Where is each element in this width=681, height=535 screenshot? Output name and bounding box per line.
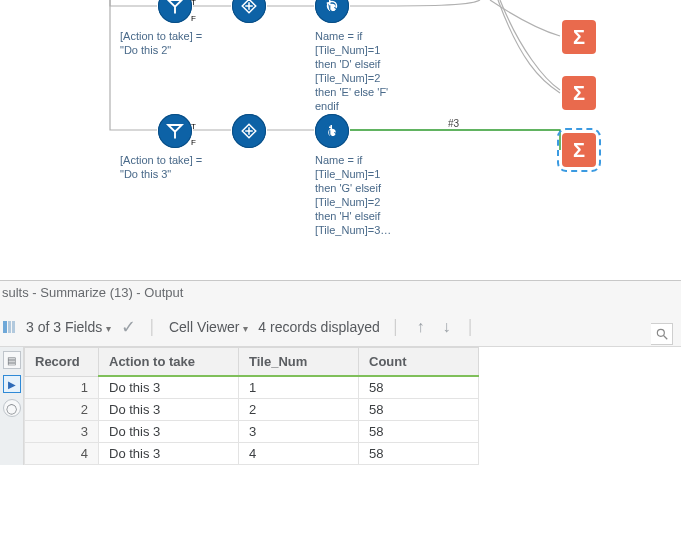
cell-count: 58 <box>359 443 479 465</box>
metadata-icon[interactable] <box>2 320 16 334</box>
cell-action: Do this 3 <box>99 376 239 399</box>
results-pane: sults - Summarize (13) - Output 3 of 3 F… <box>0 280 681 465</box>
results-table[interactable]: Record Action to take Tile_Num Count 1 D… <box>24 347 479 465</box>
svg-rect-3 <box>3 321 7 333</box>
formula2-label: Name = if [Tile_Num]=1 then 'D' elseif [… <box>315 29 388 113</box>
filter3-label: [Action to take] = "Do this 3" <box>120 153 202 181</box>
tile-icon <box>240 0 258 15</box>
cell-count: 58 <box>359 421 479 443</box>
table-header-row: Record Action to take Tile_Num Count <box>25 348 479 377</box>
formula-tool-3[interactable] <box>315 114 349 148</box>
cellviewer-text: Cell Viewer <box>169 319 240 335</box>
toolbar-separator: │ <box>390 319 403 335</box>
search-button[interactable] <box>651 323 673 345</box>
connection-label-3: #3 <box>448 118 459 129</box>
filter-anchor-f: F <box>191 14 196 23</box>
rail-item-a[interactable]: ▤ <box>3 351 21 369</box>
filter-anchor-t: T <box>191 122 196 131</box>
cell-action: Do this 3 <box>99 421 239 443</box>
cell-tile: 4 <box>239 443 359 465</box>
fields-dropdown[interactable]: 3 of 3 Fields ▾ <box>26 319 111 335</box>
nav-down-button[interactable]: ↓ <box>439 318 455 336</box>
filter-tool-2[interactable] <box>158 0 192 23</box>
filter-anchor-f: F <box>191 138 196 147</box>
cell-tile: 2 <box>239 399 359 421</box>
cell-tile: 1 <box>239 376 359 399</box>
tile-tool-2[interactable] <box>232 0 266 23</box>
col-tilenum[interactable]: Tile_Num <box>239 348 359 377</box>
cell-record: 2 <box>25 399 99 421</box>
filter2-label: [Action to take] = "Do this 2" <box>120 29 202 57</box>
filter-anchor-t: T <box>191 0 196 7</box>
svg-point-6 <box>657 329 664 336</box>
cell-count: 58 <box>359 376 479 399</box>
cell-tile: 3 <box>239 421 359 443</box>
col-count[interactable]: Count <box>359 348 479 377</box>
workflow-canvas[interactable]: [Action to take] = "Do this 2" Name = if… <box>0 0 681 255</box>
table-row[interactable]: 3 Do this 3 3 58 <box>25 421 479 443</box>
results-rail: ▤ ▶ ◯ <box>0 347 24 465</box>
table-row[interactable]: 4 Do this 3 4 58 <box>25 443 479 465</box>
toolbar-separator: │ <box>465 319 478 335</box>
toolbar-separator: │ <box>146 319 159 335</box>
search-icon <box>655 327 669 341</box>
rail-item-selected[interactable]: ▶ <box>3 375 21 393</box>
formula-icon <box>323 122 341 140</box>
table-row[interactable]: 2 Do this 3 2 58 <box>25 399 479 421</box>
results-title: sults - Summarize (13) - Output <box>0 281 681 312</box>
cellviewer-dropdown[interactable]: Cell Viewer ▾ <box>169 319 248 335</box>
chevron-down-icon: ▾ <box>243 323 248 334</box>
results-grid: ▤ ▶ ◯ Record Action to take Tile_Num Cou… <box>0 346 681 465</box>
summarize-tool-a[interactable]: Σ <box>562 20 596 54</box>
tile-icon <box>240 122 258 140</box>
check-icon[interactable]: ✓ <box>121 316 136 338</box>
nav-up-button[interactable]: ↑ <box>413 318 429 336</box>
sigma-icon: Σ <box>573 82 585 105</box>
cell-record: 1 <box>25 376 99 399</box>
table-row[interactable]: 1 Do this 3 1 58 <box>25 376 479 399</box>
cell-action: Do this 3 <box>99 443 239 465</box>
summarize-tool-b[interactable]: Σ <box>562 76 596 110</box>
svg-rect-5 <box>12 321 15 333</box>
fields-text: 3 of 3 Fields <box>26 319 102 335</box>
cell-count: 58 <box>359 399 479 421</box>
sigma-icon: Σ <box>573 139 585 162</box>
svg-rect-4 <box>8 321 11 333</box>
formula-tool-2[interactable] <box>315 0 349 23</box>
formula-icon <box>323 0 341 15</box>
filter-icon <box>166 0 184 15</box>
rail-item-c[interactable]: ◯ <box>3 399 21 417</box>
results-toolbar: 3 of 3 Fields ▾ ✓ │ Cell Viewer ▾ 4 reco… <box>0 312 681 346</box>
cell-action: Do this 3 <box>99 399 239 421</box>
col-action[interactable]: Action to take <box>99 348 239 377</box>
sigma-icon: Σ <box>573 26 585 49</box>
records-displayed: 4 records displayed <box>258 319 379 335</box>
formula3-label: Name = if [Tile_Num]=1 then 'G' elseif [… <box>315 153 391 237</box>
cell-record: 4 <box>25 443 99 465</box>
filter-tool-3[interactable] <box>158 114 192 148</box>
chevron-down-icon: ▾ <box>106 323 111 334</box>
filter-icon <box>166 122 184 140</box>
cell-record: 3 <box>25 421 99 443</box>
tile-tool-3[interactable] <box>232 114 266 148</box>
summarize-tool-selected[interactable]: Σ <box>562 133 596 167</box>
col-record[interactable]: Record <box>25 348 99 377</box>
